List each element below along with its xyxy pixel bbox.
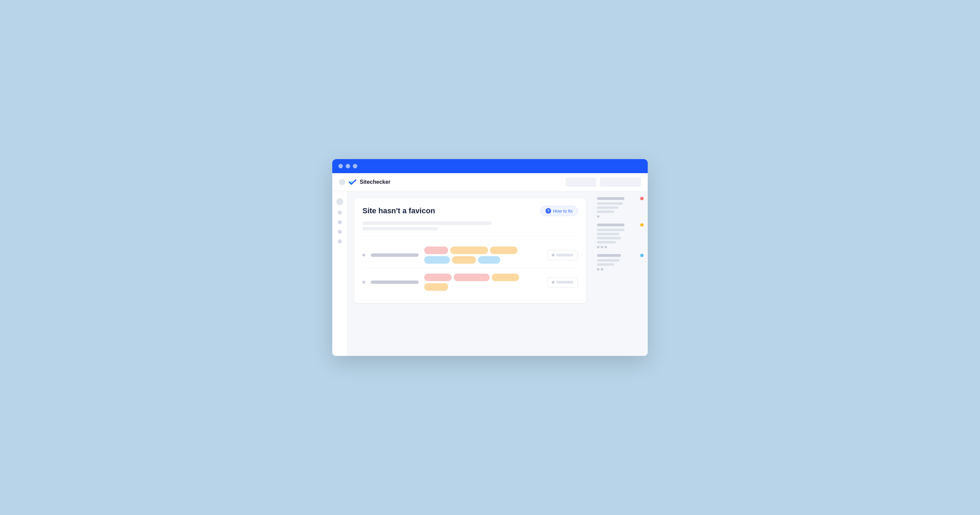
rp-section-3: [597, 254, 644, 270]
sidebar-nav-dot-4[interactable]: [338, 239, 342, 243]
logo-icon: [348, 179, 357, 186]
issue-card: Site hasn't a favicon ? How to fix: [354, 198, 586, 303]
rp-dot-gray-5: [597, 268, 600, 270]
rp-sub-lines-3: [597, 259, 644, 270]
tag-pink-3: [453, 273, 490, 281]
rp-dot-orange: [640, 223, 644, 227]
rp-dot-gray-4: [605, 246, 607, 248]
nav-buttons: [565, 177, 641, 187]
logo-text: Sitechecker: [360, 179, 391, 185]
how-to-fix-button[interactable]: ? How to fix: [540, 206, 578, 216]
rp-section-1: [597, 197, 644, 218]
tags-area-2: [424, 273, 542, 291]
main-content: Site hasn't a favicon ? How to fix: [347, 191, 593, 356]
rp-sub-6: [597, 237, 621, 239]
traffic-light-green: [353, 164, 357, 168]
nav-avatar: [339, 179, 345, 185]
sidebar: [332, 191, 347, 356]
rp-sub-lines-2: [597, 229, 644, 248]
rp-sub-lines-1: [597, 202, 644, 218]
divider-1: [363, 236, 578, 236]
question-icon: ?: [546, 208, 551, 214]
rp-line-3: [597, 254, 621, 257]
browser-content: Site hasn't a favicon ? How to fix: [332, 191, 648, 356]
row-label-1: [371, 253, 419, 257]
nav-button-2[interactable]: [600, 177, 641, 187]
rp-sub-5: [597, 233, 619, 235]
rp-dot-gray-2: [597, 246, 600, 248]
rp-sub-4: [597, 229, 624, 231]
how-to-fix-label: How to fix: [553, 208, 573, 214]
rp-sub-3: [597, 210, 614, 213]
tag-pink-2: [424, 273, 452, 281]
rp-row-2: [597, 223, 644, 227]
rp-dot-gray-1: [597, 215, 600, 218]
rp-line-1: [597, 197, 624, 200]
tag-orange-4: [492, 273, 519, 281]
issue-title: Site hasn't a favicon: [363, 207, 435, 215]
action-btn-icon-2: [552, 281, 554, 284]
rp-dot-red: [640, 197, 644, 200]
row-icon-1: [363, 254, 365, 256]
traffic-light-yellow: [346, 164, 350, 168]
navbar: Sitechecker: [332, 173, 648, 191]
rp-dot-blue: [640, 254, 644, 257]
sidebar-nav-dot-2[interactable]: [338, 220, 342, 224]
rp-dot-gray-6: [601, 268, 603, 270]
issue-header: Site hasn't a favicon ? How to fix: [363, 206, 578, 216]
row-label-2: [371, 280, 419, 284]
browser-titlebar: [332, 159, 648, 173]
tag-blue-1: [424, 256, 450, 264]
rp-line-2: [597, 224, 624, 226]
table-row: [363, 242, 578, 269]
tag-orange-3: [452, 256, 476, 264]
action-button-1[interactable]: [547, 250, 578, 260]
rp-sub-7: [597, 241, 616, 243]
action-btn-text-1: [556, 254, 573, 256]
rp-section-2: [597, 223, 644, 248]
rp-row-3: [597, 254, 644, 257]
traffic-light-red: [339, 164, 343, 168]
sidebar-nav-dot-1[interactable]: [338, 210, 342, 215]
description-skeleton-2: [363, 227, 438, 230]
tag-blue-2: [478, 256, 500, 264]
sidebar-nav-dot-3[interactable]: [338, 230, 342, 234]
tags-area-1: [424, 246, 542, 264]
rp-sub-1: [597, 202, 623, 205]
description-skeleton-1: [363, 221, 492, 225]
right-panel: [593, 191, 648, 356]
tag-orange-5: [424, 283, 448, 291]
rp-sub-8: [597, 259, 619, 262]
rp-row-1: [597, 197, 644, 200]
sidebar-avatar: [336, 198, 343, 205]
rp-sub-2: [597, 207, 618, 209]
row-icon-2: [363, 281, 365, 284]
action-button-2[interactable]: [547, 277, 578, 287]
tag-orange-2: [490, 246, 517, 254]
tag-pink-1: [424, 246, 448, 254]
rp-dot-gray-3: [601, 246, 603, 248]
svg-point-0: [350, 181, 353, 183]
browser-window: Sitechecker Site hasn't a favicon: [332, 159, 648, 356]
rp-sub-9: [597, 263, 614, 266]
nav-button-1[interactable]: [565, 177, 596, 187]
table-row-2: [363, 269, 578, 296]
main-wrapper: Site hasn't a favicon ? How to fix: [347, 191, 648, 356]
logo-area: Sitechecker: [339, 179, 391, 186]
tag-orange-1: [450, 246, 488, 254]
action-btn-text-2: [556, 281, 573, 284]
action-btn-icon-1: [552, 254, 554, 256]
